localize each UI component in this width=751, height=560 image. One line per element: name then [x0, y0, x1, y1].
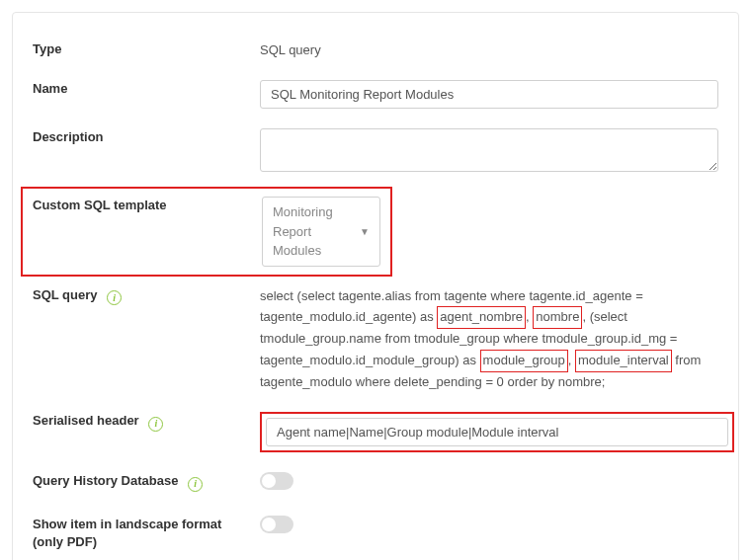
chevron-down-icon: ▼	[360, 224, 370, 239]
label-custom-sql-template: Custom SQL template	[33, 197, 262, 214]
value-type: SQL query	[260, 40, 718, 60]
query-history-db-toggle[interactable]	[260, 472, 293, 490]
serialised-header-input[interactable]	[266, 418, 728, 446]
row-type: Type SQL query	[33, 31, 718, 70]
name-input[interactable]	[260, 80, 718, 109]
sql-token-module-group: module_group	[480, 350, 568, 372]
description-textarea[interactable]	[260, 128, 718, 172]
row-name: Name	[33, 70, 718, 119]
row-landscape: Show item in landscape format (only PDF)	[33, 506, 718, 560]
custom-sql-template-select[interactable]: Monitoring Report Modules ▼	[262, 197, 380, 267]
landscape-toggle[interactable]	[260, 516, 293, 533]
info-icon[interactable]: i	[107, 290, 122, 305]
sql-query-text: select (select tagente.alias from tagent…	[260, 286, 718, 393]
row-description: Description	[33, 119, 718, 188]
row-sql-query: SQL query i select (select tagente.alias…	[33, 277, 718, 403]
label-serialised-header: Serialised header i	[33, 412, 260, 432]
sql-token-nombre: nombre	[533, 306, 582, 329]
toggle-knob	[262, 474, 276, 488]
label-sql-query: SQL query i	[33, 286, 260, 306]
label-landscape: Show item in landscape format (only PDF)	[33, 516, 260, 551]
dropdown-selected: Monitoring Report Modules	[273, 202, 352, 261]
label-description: Description	[33, 128, 260, 146]
toggle-knob	[262, 518, 276, 531]
sql-token-agent-nombre: agent_nombre	[437, 306, 526, 329]
row-serialised-header: Serialised header i	[33, 402, 718, 462]
label-type: Type	[33, 40, 260, 58]
sql-token-module-interval: module_interval	[575, 350, 672, 372]
form-panel: Type SQL query Name Description Custom S…	[12, 12, 739, 560]
row-custom-sql-template: Custom SQL template Monitoring Report Mo…	[21, 187, 392, 277]
info-icon[interactable]: i	[148, 417, 163, 432]
label-query-history-db: Query History Database i	[33, 472, 260, 492]
label-name: Name	[33, 80, 260, 98]
info-icon[interactable]: i	[188, 477, 203, 492]
row-query-history-db: Query History Database i	[33, 462, 718, 506]
serialised-header-highlight	[260, 412, 734, 452]
